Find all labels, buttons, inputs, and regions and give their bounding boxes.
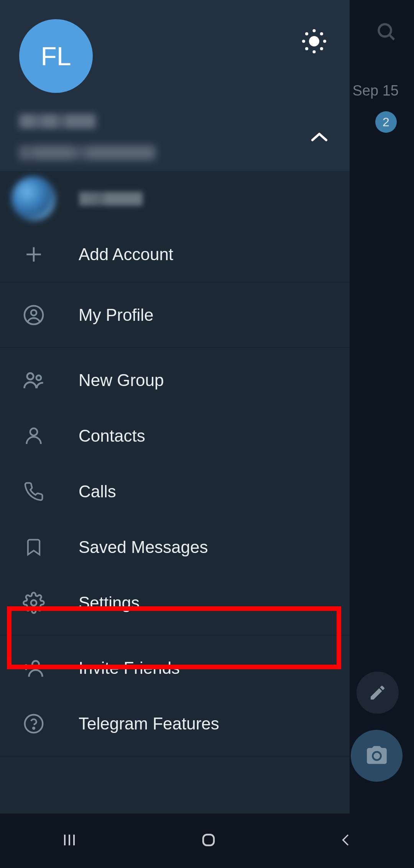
system-navigation-bar xyxy=(0,814,414,868)
svg-point-4 xyxy=(312,50,315,53)
unread-badge: 2 xyxy=(375,111,397,133)
svg-point-17 xyxy=(30,428,37,436)
account-label-redacted xyxy=(79,192,143,206)
account-phone-redacted xyxy=(19,145,155,160)
svg-point-14 xyxy=(31,310,36,315)
camera-fab[interactable] xyxy=(351,730,402,782)
saved-messages-button[interactable]: Saved Messages xyxy=(0,519,350,575)
edit-fab[interactable] xyxy=(356,672,399,714)
back-button[interactable] xyxy=(338,832,354,849)
accounts-section: Add Account xyxy=(0,171,350,282)
svg-point-10 xyxy=(305,47,308,50)
saved-messages-label: Saved Messages xyxy=(79,538,208,557)
drawer-header: FL xyxy=(0,0,350,171)
profile-icon xyxy=(15,304,52,326)
add-account-button[interactable]: Add Account xyxy=(0,226,350,282)
svg-point-23 xyxy=(33,727,34,729)
svg-point-6 xyxy=(323,40,326,43)
invite-friends-button[interactable]: Invite Friends xyxy=(0,640,350,696)
add-person-icon xyxy=(15,657,52,680)
svg-point-9 xyxy=(320,32,323,35)
contacts-label: Contacts xyxy=(79,426,145,446)
plus-icon xyxy=(15,245,52,264)
settings-label: Settings xyxy=(79,593,140,612)
help-icon xyxy=(15,713,52,734)
group-icon xyxy=(15,368,52,392)
svg-point-15 xyxy=(27,373,33,380)
my-profile-label: My Profile xyxy=(79,305,154,325)
new-group-button[interactable]: New Group xyxy=(0,352,350,408)
invite-friends-label: Invite Friends xyxy=(79,658,180,678)
contacts-button[interactable]: Contacts xyxy=(0,408,350,464)
chat-date: Sep 15 xyxy=(353,83,399,99)
svg-point-3 xyxy=(312,29,315,32)
svg-point-8 xyxy=(320,47,323,50)
person-icon xyxy=(15,425,52,447)
svg-point-18 xyxy=(31,600,36,606)
svg-point-7 xyxy=(305,32,308,35)
svg-point-2 xyxy=(309,36,319,46)
calls-button[interactable]: Calls xyxy=(0,464,350,519)
extra-section: Invite Friends Telegram Features xyxy=(0,635,350,756)
svg-point-5 xyxy=(302,40,305,43)
account-avatar-redacted xyxy=(12,177,56,221)
account-entry[interactable] xyxy=(0,171,350,226)
svg-point-22 xyxy=(25,715,43,733)
bookmark-icon xyxy=(15,537,52,557)
settings-button[interactable]: Settings xyxy=(0,575,350,630)
svg-rect-27 xyxy=(203,835,214,845)
theme-toggle[interactable] xyxy=(300,27,329,56)
chevron-up-icon[interactable] xyxy=(310,132,329,144)
svg-point-0 xyxy=(379,24,391,36)
gear-icon xyxy=(15,592,52,614)
search-icon[interactable] xyxy=(376,21,397,44)
user-avatar[interactable]: FL xyxy=(19,19,93,93)
add-account-label: Add Account xyxy=(79,245,173,264)
my-profile-button[interactable]: My Profile xyxy=(0,287,350,343)
profile-section: My Profile xyxy=(0,282,350,348)
account-name-redacted xyxy=(19,114,96,129)
home-button[interactable] xyxy=(199,831,218,851)
svg-point-16 xyxy=(36,375,41,380)
main-menu-section: New Group Contacts Calls xyxy=(0,348,350,635)
telegram-features-label: Telegram Features xyxy=(79,714,219,733)
calls-label: Calls xyxy=(79,482,116,501)
telegram-features-button[interactable]: Telegram Features xyxy=(0,696,350,751)
phone-icon xyxy=(15,481,52,502)
svg-line-1 xyxy=(390,35,394,40)
recents-button[interactable] xyxy=(60,831,79,851)
svg-point-19 xyxy=(32,661,39,668)
navigation-drawer: FL xyxy=(0,0,350,814)
new-group-label: New Group xyxy=(79,371,164,390)
